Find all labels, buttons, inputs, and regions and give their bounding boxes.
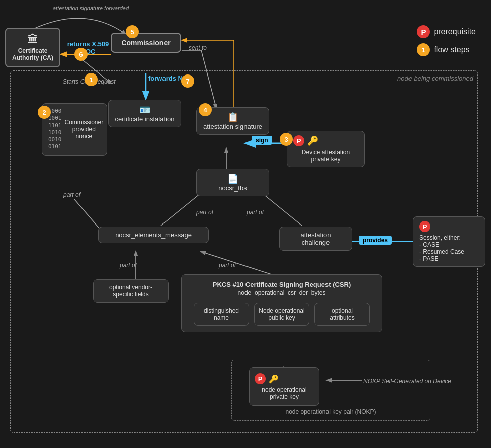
nocsr-elements-label: nocsr_elements_message — [105, 231, 202, 239]
pkcs10-title: PKCS #10 Certificate Signing Request (CS… — [188, 281, 376, 288]
session-prereq-badge: P — [419, 221, 430, 232]
device-attest-label: Device attestation private key — [293, 148, 358, 163]
diagram-container: P prerequisite 1 flow steps 🏛 Certificat… — [0, 0, 491, 448]
attestation-challenge-label: attestation challenge — [286, 231, 346, 246]
node-op-pubkey-box: Node operational public key — [254, 303, 309, 326]
ca-box: 🏛 Certificate Authority (CA) — [5, 28, 60, 67]
part-of-vendor-label: part of — [120, 262, 137, 269]
nocsr-tbs-box: 📄 nocsr_tbs — [196, 169, 269, 196]
commissioner-box: Commissioner — [111, 33, 181, 53]
node-op-pubkey-label: Node operational public key — [259, 307, 305, 321]
attest-sig-icon: 📋 — [203, 112, 263, 123]
nocsr-tbs-icon: 📄 — [203, 173, 263, 184]
provides-label: provides — [359, 236, 392, 245]
optional-vendor-box: optional vendor-specific fields — [93, 279, 169, 303]
commissioner-nonce-box: 100010011101101000100101 Commissioner pr… — [42, 103, 107, 156]
legend-prereq-label: prerequisite — [434, 27, 476, 36]
optional-vendor-label: optional vendor-specific fields — [100, 284, 162, 298]
ca-icon: 🏛 — [10, 34, 55, 45]
part-of-left-label: part of — [196, 209, 213, 216]
nokp-label: node operational key pair (NOKP) — [232, 406, 430, 415]
attest-sig-forwarded-label: attestation signature forwarded — [53, 5, 129, 11]
distinguished-name-label: distinguished name — [198, 307, 244, 321]
legend-flow-steps: 1 flow steps — [417, 43, 476, 56]
device-attestation-box: P 🔑 Device attestation private key — [287, 131, 365, 167]
part-of-pkcs-label: part of — [219, 262, 236, 269]
attestation-challenge-box: attestation challenge — [279, 227, 352, 251]
region-label: node being commissioned — [397, 74, 473, 82]
ca-label: Certificate Authority (CA) — [10, 47, 55, 61]
cert-install-label: certificate instalation — [115, 115, 175, 123]
optional-attributes-label: optional attributes — [319, 307, 365, 321]
prereq-badge-legend: P — [417, 25, 430, 38]
part-of-nonce-label: part of — [63, 191, 80, 198]
commissioner-nonce-label: Commissioner provided nonce — [65, 119, 104, 140]
nokp-outer-box: node operational key pair (NOKP) — [231, 360, 430, 421]
step-4-badge: 4 — [199, 103, 212, 116]
sent-to-label: sent to — [189, 44, 207, 51]
part-of-right-label: part of — [247, 209, 264, 216]
session-box: P Session, either: - CASE - Resumed Case… — [413, 216, 485, 267]
optional-attributes-box: optional attributes — [314, 303, 370, 326]
pkcs10-box: PKCS #10 Certificate Signing Request (CS… — [181, 274, 382, 332]
nokp-self-gen-label: NOKP Self-Generated on Device — [363, 378, 451, 385]
step-6-badge: 6 — [74, 48, 88, 61]
attest-sig-label: attestation signature — [203, 123, 263, 130]
returns-noc-label: returns X.509 NOC — [65, 40, 111, 55]
step-7-badge: 7 — [181, 74, 194, 88]
distinguished-name-box: distinguished name — [194, 303, 249, 326]
cert-install-icon: 🪪 — [115, 104, 175, 115]
legend-prerequisite: P prerequisite — [417, 25, 476, 38]
device-attest-prereq-badge: P — [293, 135, 304, 146]
sign-label: sign — [252, 136, 272, 145]
step-3-badge: 3 — [280, 133, 293, 146]
pkcs10-subtitle: node_operational_csr_der_bytes — [188, 289, 376, 296]
step-5-badge: 5 — [126, 25, 139, 38]
session-label: Session, either: - CASE - Resumed Case -… — [419, 234, 479, 262]
flow-badge-legend: 1 — [417, 43, 430, 56]
legend-flow-label: flow steps — [434, 45, 469, 54]
device-attest-key-icon: 🔑 — [307, 135, 318, 146]
nocsr-elements-box: nocsr_elements_message — [98, 227, 209, 243]
step-1-badge: 1 — [85, 73, 98, 86]
commissioner-label: Commissioner — [118, 39, 174, 47]
cert-installation-box: 🪪 certificate instalation — [108, 100, 181, 127]
step-2-badge: 2 — [38, 106, 51, 119]
nocsr-tbs-label: nocsr_tbs — [203, 184, 263, 192]
legend: P prerequisite 1 flow steps — [417, 25, 476, 56]
